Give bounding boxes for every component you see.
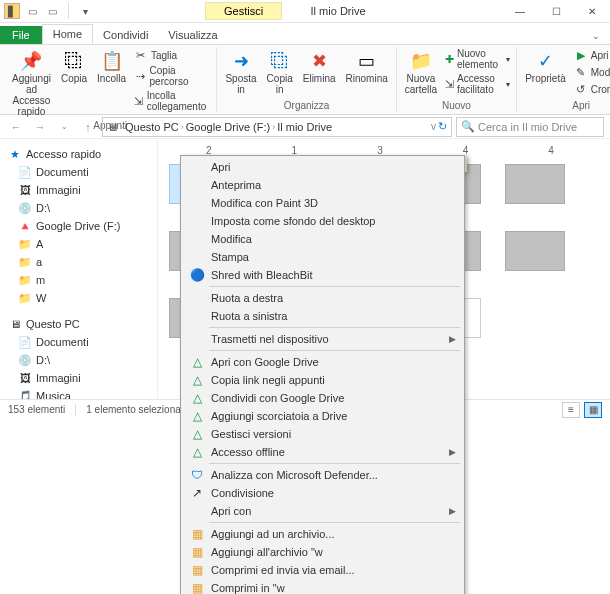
group-organize: ➜Sposta in ⿻Copia in ✖Elimina ▭Rinomina … bbox=[217, 47, 396, 112]
crumb-part[interactable]: Questo PC bbox=[125, 121, 179, 133]
context-item[interactable]: Ruota a sinistra bbox=[183, 307, 462, 325]
file-item[interactable] bbox=[502, 231, 568, 284]
tab-view[interactable]: Visualizza bbox=[158, 26, 227, 44]
new-folder-button[interactable]: 📁Nuova cartella bbox=[401, 47, 441, 97]
forward-button[interactable]: → bbox=[30, 117, 50, 137]
edit-button[interactable]: ✎Modifica bbox=[572, 64, 610, 80]
context-item[interactable]: △Aggiungi scorciatoia a Drive bbox=[183, 407, 462, 425]
close-button[interactable]: ✕ bbox=[574, 0, 610, 23]
crumb-part[interactable]: Il mio Drive bbox=[277, 121, 332, 133]
qat-props-icon[interactable]: ▭ bbox=[24, 3, 40, 19]
context-item[interactable]: △Gestisci versioni bbox=[183, 425, 462, 443]
nav-folder-a2[interactable]: 📁a bbox=[4, 253, 153, 271]
easy-icon: ⇲ bbox=[445, 77, 454, 91]
group-label: Nuovo bbox=[442, 99, 471, 112]
nav-images[interactable]: 🖼Immagini bbox=[4, 181, 153, 199]
paste-icon: 📋 bbox=[100, 49, 124, 73]
context-item-icon: △ bbox=[189, 444, 205, 460]
nav-folder-m[interactable]: 📁m bbox=[4, 271, 153, 289]
qat-dropdown-icon[interactable]: ▾ bbox=[77, 3, 93, 19]
breadcrumb[interactable]: 🖥 › Questo PC › Google Drive (F:) › Il m… bbox=[102, 117, 452, 137]
thumbs-view-button[interactable]: ▦ bbox=[584, 402, 602, 418]
refresh-dd[interactable]: v bbox=[431, 121, 436, 132]
nav-folder-W[interactable]: 📁W bbox=[4, 289, 153, 307]
context-item[interactable]: ▦Comprimi in "w bbox=[183, 579, 462, 594]
folder-icon: 📁 bbox=[18, 237, 32, 251]
pin-button[interactable]: 📌Aggiungi ad Accesso rapido bbox=[8, 47, 55, 119]
context-item-icon: △ bbox=[189, 426, 205, 442]
crumb-part[interactable]: Google Drive (F:) bbox=[186, 121, 270, 133]
properties-button[interactable]: ✓Proprietà bbox=[521, 47, 570, 86]
pc-icon: 🖥 bbox=[8, 317, 22, 331]
search-input[interactable]: 🔍 Cerca in Il mio Drive bbox=[456, 117, 604, 137]
context-item[interactable]: ↗Condivisione bbox=[183, 484, 462, 502]
rename-button[interactable]: ▭Rinomina bbox=[342, 47, 392, 86]
context-item[interactable]: Stampa bbox=[183, 248, 462, 266]
qat-new-icon[interactable]: ▭ bbox=[44, 3, 60, 19]
maximize-button[interactable]: ☐ bbox=[538, 0, 574, 23]
context-item[interactable]: Anteprima bbox=[183, 176, 462, 194]
minimize-button[interactable]: — bbox=[502, 0, 538, 23]
nav-pane[interactable]: ★Accesso rapido 📄Documenti 🖼Immagini 💿D:… bbox=[0, 139, 158, 399]
file-item[interactable] bbox=[502, 164, 568, 217]
details-view-button[interactable]: ≡ bbox=[562, 402, 580, 418]
nav-this-pc[interactable]: 🖥Questo PC bbox=[4, 315, 153, 333]
tab-share[interactable]: Condividi bbox=[93, 26, 158, 44]
copy-to-button[interactable]: ⿻Copia in bbox=[263, 47, 297, 97]
cut-icon: ✂ bbox=[134, 48, 148, 62]
context-item[interactable]: Apri con▶ bbox=[183, 502, 462, 520]
nav-google-drive[interactable]: 🔺Google Drive (F:) bbox=[4, 217, 153, 235]
refresh-button[interactable]: ↻ bbox=[438, 120, 447, 133]
cut-button[interactable]: ✂Taglia bbox=[132, 47, 212, 63]
folder-icon: 📁 bbox=[409, 49, 433, 73]
tab-file[interactable]: File bbox=[0, 26, 42, 44]
pic-icon: 🖼 bbox=[18, 371, 32, 385]
nav-music[interactable]: 🎵Musica bbox=[4, 387, 153, 399]
history-button[interactable]: ↺Cronologia bbox=[572, 81, 610, 97]
easy-access-button[interactable]: ⇲Accesso facilitato▾ bbox=[443, 72, 512, 96]
context-item-label: Ruota a sinistra bbox=[211, 310, 287, 322]
context-item[interactable]: △Apri con Google Drive bbox=[183, 353, 462, 371]
nav-images-2[interactable]: 🖼Immagini bbox=[4, 369, 153, 387]
context-item[interactable]: Modifica con Paint 3D bbox=[183, 194, 462, 212]
context-item[interactable]: 🛡Analizza con Microsoft Defender... bbox=[183, 466, 462, 484]
paste-button[interactable]: 📋Incolla bbox=[93, 47, 130, 86]
delete-button[interactable]: ✖Elimina bbox=[299, 47, 340, 86]
open-button[interactable]: ▶Apri▾ bbox=[572, 47, 610, 63]
context-item[interactable]: △Accesso offline▶ bbox=[183, 443, 462, 461]
nav-documents[interactable]: 📄Documenti bbox=[4, 163, 153, 181]
context-item[interactable]: △Copia link negli appunti bbox=[183, 371, 462, 389]
context-item-label: Imposta come sfondo del desktop bbox=[211, 215, 375, 227]
context-item[interactable]: Modifica bbox=[183, 230, 462, 248]
nav-d-drive[interactable]: 💿D:\ bbox=[4, 199, 153, 217]
context-item-label: Modifica con Paint 3D bbox=[211, 197, 318, 209]
copy-icon: ⿻ bbox=[62, 49, 86, 73]
ribbon-expand-button[interactable]: ⌄ bbox=[582, 28, 610, 44]
context-item[interactable]: ▦Aggiungi all'archivio "w bbox=[183, 543, 462, 561]
context-item[interactable]: Trasmetti nel dispositivo▶ bbox=[183, 330, 462, 348]
gdrive-icon: 🔺 bbox=[18, 219, 32, 233]
titlebar: ▋ ▭ ▭ ▾ Gestisci Il mio Drive — ☐ ✕ bbox=[0, 0, 610, 23]
new-item-button[interactable]: ✚Nuovo elemento▾ bbox=[443, 47, 512, 71]
context-menu[interactable]: ApriAnteprimaModifica con Paint 3DImpost… bbox=[180, 155, 465, 594]
context-item[interactable]: ▦Aggiungi ad un archivio... bbox=[183, 525, 462, 543]
nav-d-drive-2[interactable]: 💿D:\ bbox=[4, 351, 153, 369]
context-item[interactable]: Imposta come sfondo del desktop bbox=[183, 212, 462, 230]
path-icon: ⇢ bbox=[134, 69, 147, 83]
tab-home[interactable]: Home bbox=[42, 24, 93, 44]
context-item[interactable]: Ruota a destra bbox=[183, 289, 462, 307]
copy-button[interactable]: ⿻Copia bbox=[57, 47, 91, 86]
context-item[interactable]: Apri bbox=[183, 158, 462, 176]
copy-path-button[interactable]: ⇢Copia percorso bbox=[132, 64, 212, 88]
up-button[interactable]: ↑ bbox=[78, 117, 98, 137]
nav-quick-access[interactable]: ★Accesso rapido bbox=[4, 145, 153, 163]
context-item[interactable]: ▦Comprimi ed invia via email... bbox=[183, 561, 462, 579]
paste-shortcut-button[interactable]: ⇲Incolla collegamento bbox=[132, 89, 212, 113]
nav-folder-A[interactable]: 📁A bbox=[4, 235, 153, 253]
recent-dropdown[interactable]: ⌄ bbox=[54, 117, 74, 137]
move-to-button[interactable]: ➜Sposta in bbox=[221, 47, 260, 97]
context-item[interactable]: 🔵Shred with BleachBit bbox=[183, 266, 462, 284]
context-item[interactable]: △Condividi con Google Drive bbox=[183, 389, 462, 407]
nav-documents-2[interactable]: 📄Documenti bbox=[4, 333, 153, 351]
back-button[interactable]: ← bbox=[6, 117, 26, 137]
